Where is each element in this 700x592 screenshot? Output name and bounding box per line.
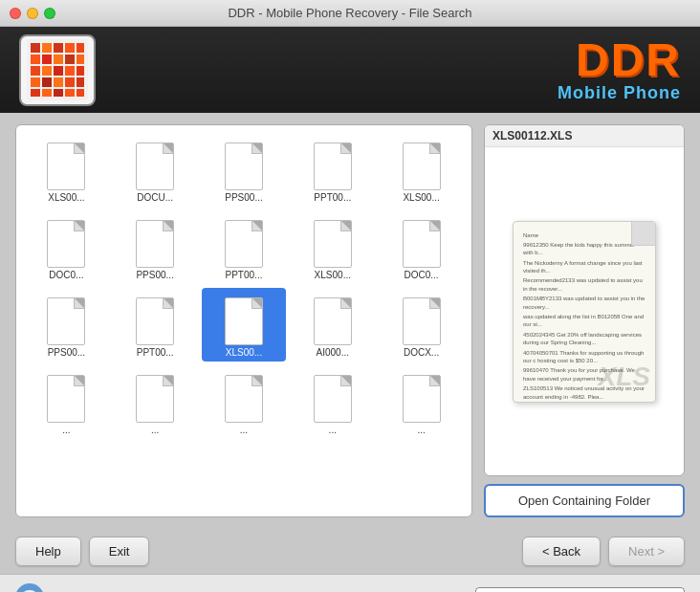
title-bar: DDR - Mobile Phone Recovery - File Searc… xyxy=(0,0,700,27)
svg-rect-21 xyxy=(31,89,40,97)
svg-rect-19 xyxy=(65,77,75,87)
window-controls[interactable] xyxy=(10,8,55,19)
file-label: XLS00... xyxy=(206,347,283,358)
file-item[interactable]: PPS00... xyxy=(113,210,198,284)
file-label: XLS00... xyxy=(383,192,460,203)
svg-rect-1 xyxy=(31,43,40,53)
file-item[interactable]: ... xyxy=(290,365,375,439)
file-icon xyxy=(43,137,89,190)
svg-rect-13 xyxy=(54,66,63,76)
svg-rect-15 xyxy=(77,66,84,76)
file-item[interactable]: XLS00... xyxy=(24,133,109,207)
file-icon xyxy=(310,214,356,268)
file-item[interactable]: ... xyxy=(202,365,287,439)
svg-rect-12 xyxy=(42,66,52,76)
file-page-icon xyxy=(47,143,85,190)
file-item[interactable]: ... xyxy=(113,365,198,439)
file-page-icon xyxy=(403,143,441,190)
file-label: ... xyxy=(117,425,194,435)
file-item[interactable]: XLS00... xyxy=(290,210,375,284)
minimize-button[interactable] xyxy=(27,8,38,19)
file-label: PPS00... xyxy=(206,192,283,203)
file-icon xyxy=(310,292,356,345)
file-item[interactable]: DOCU... xyxy=(113,133,198,207)
file-item[interactable]: PPS00... xyxy=(24,288,109,362)
file-item[interactable]: DOCX... xyxy=(379,288,464,362)
svg-rect-16 xyxy=(31,77,40,87)
file-label: DOCX... xyxy=(383,347,460,358)
close-button[interactable] xyxy=(10,8,21,19)
file-icon xyxy=(132,292,178,345)
preview-panel: XLS00112.XLS Name99612350 Keep the kids … xyxy=(484,124,685,517)
file-icon xyxy=(310,369,356,423)
file-label: DOCU... xyxy=(117,192,194,203)
svg-rect-7 xyxy=(42,55,52,64)
svg-rect-25 xyxy=(77,89,84,97)
file-label: PPS00... xyxy=(117,270,194,280)
back-button[interactable]: < Back xyxy=(522,537,601,566)
svg-rect-20 xyxy=(77,77,84,87)
file-page-icon xyxy=(136,143,174,190)
file-item[interactable]: PPS00... xyxy=(202,133,287,207)
exit-button[interactable]: Exit xyxy=(89,537,150,566)
xls-badge: XLS xyxy=(599,362,650,392)
file-icon xyxy=(399,369,445,423)
brand-ddr: DDR xyxy=(558,37,681,83)
file-page-icon xyxy=(403,297,441,345)
file-grid-panel: XLS00...DOCU...PPS00...PPT00...XLS00...D… xyxy=(15,124,472,517)
svg-rect-24 xyxy=(65,89,75,97)
file-item[interactable]: PPT00... xyxy=(202,210,287,284)
file-icon xyxy=(43,369,89,423)
svg-rect-3 xyxy=(54,43,63,53)
file-label: XLS00... xyxy=(294,270,371,280)
file-icon xyxy=(43,292,89,345)
file-item[interactable]: XLS00... xyxy=(202,288,287,362)
svg-rect-8 xyxy=(54,55,63,64)
svg-rect-5 xyxy=(77,43,84,53)
file-page-icon xyxy=(403,375,441,423)
file-page-icon xyxy=(136,297,174,345)
file-label: ... xyxy=(383,425,460,435)
file-item[interactable]: PPT00... xyxy=(113,288,198,362)
file-page-icon xyxy=(136,375,174,423)
logo-icon xyxy=(27,39,88,100)
file-page-icon xyxy=(314,220,352,268)
file-icon xyxy=(310,137,356,190)
file-item[interactable]: XLS00... xyxy=(379,133,464,207)
preview-content: Name99612350 Keep the kids happy this su… xyxy=(485,147,684,475)
file-label: PPT00... xyxy=(206,270,283,280)
chat-icon xyxy=(20,588,39,593)
preview-box: XLS00112.XLS Name99612350 Keep the kids … xyxy=(484,124,685,476)
file-item[interactable]: ... xyxy=(24,365,109,439)
file-page-icon xyxy=(314,297,352,345)
brand-sub: Mobile Phone xyxy=(558,83,681,103)
maximize-button[interactable] xyxy=(44,8,55,19)
website-badge: Data-Recovery-Digital-Camera.com xyxy=(475,587,685,593)
file-page-icon xyxy=(47,220,85,268)
next-button[interactable]: Next > xyxy=(608,537,685,566)
file-icon xyxy=(221,137,267,190)
open-folder-button[interactable]: Open Containing Folder xyxy=(484,484,685,517)
file-grid: XLS00...DOCU...PPS00...PPT00...XLS00...D… xyxy=(16,125,471,516)
file-label: AI000... xyxy=(294,347,371,358)
preview-file-card: Name99612350 Keep the kids happy this su… xyxy=(513,221,656,403)
status-bar: To select another disk for recovery, cli… xyxy=(0,574,700,592)
file-icon xyxy=(132,214,178,268)
file-label: ... xyxy=(206,425,283,435)
file-label: DOC0... xyxy=(383,270,460,280)
file-item[interactable]: ... xyxy=(379,365,464,439)
status-icon xyxy=(15,583,44,593)
file-item[interactable]: DOC0... xyxy=(24,210,109,284)
file-item[interactable]: DOC0... xyxy=(379,210,464,284)
preview-title: XLS00112.XLS xyxy=(485,125,684,147)
file-item[interactable]: AI000... xyxy=(290,288,375,362)
file-label: PPS00... xyxy=(28,347,105,358)
file-label: PPT00... xyxy=(117,347,194,358)
file-icon xyxy=(43,214,89,268)
file-item[interactable]: PPT00... xyxy=(290,133,375,207)
file-page-icon xyxy=(314,143,352,190)
file-label: PPT00... xyxy=(294,192,371,203)
svg-rect-6 xyxy=(31,55,40,64)
svg-rect-17 xyxy=(42,77,52,87)
help-button[interactable]: Help xyxy=(15,537,81,566)
